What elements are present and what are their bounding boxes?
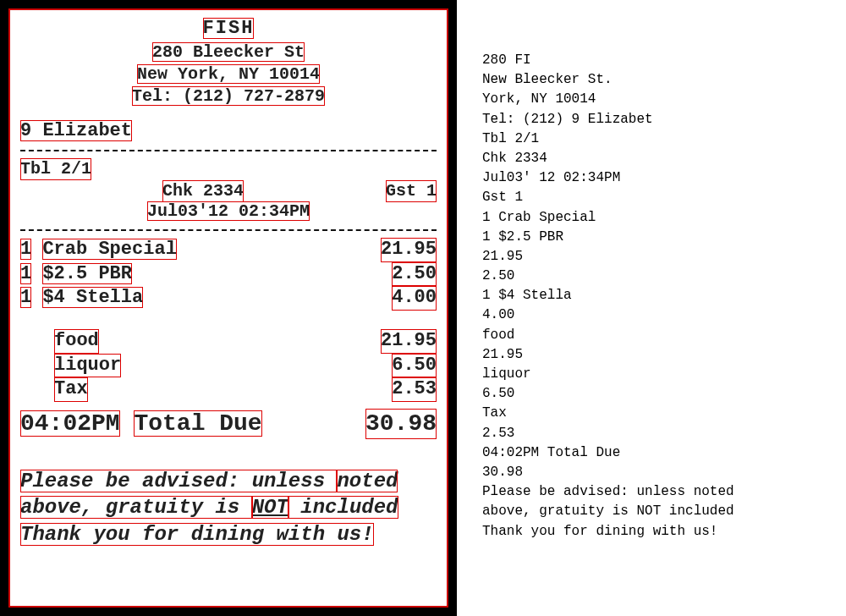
footer-message: Please be advised: unless noted above, g… <box>20 468 437 547</box>
ocr-line: 280 FI <box>482 51 829 70</box>
ocr-line: 2.50 <box>482 267 829 286</box>
item-price: 2.50 <box>392 262 437 287</box>
receipt-content: FISH 280 Bleecker St New York, NY 10014 … <box>20 17 437 547</box>
ocr-line: Tax <box>482 404 829 423</box>
receipt-bounding-box: FISH 280 Bleecker St New York, NY 10014 … <box>8 8 448 608</box>
item-price: 21.95 <box>381 238 437 262</box>
ocr-line: 2.53 <box>482 424 829 443</box>
total-label: Total Due <box>134 410 261 437</box>
ocr-text-panel: 280 FI New Bleecker St. York, NY 10014 T… <box>457 0 846 616</box>
ocr-line: Please be advised: unless noted <box>482 482 829 502</box>
total-amount: 30.98 <box>365 409 437 439</box>
ocr-line: 1 Crab Special <box>482 208 829 228</box>
server-line: 9 Elizabet <box>20 119 437 144</box>
address-line-2: New York, NY 10014 <box>20 63 437 85</box>
total-row: 04:02PM Total Due 30.98 <box>20 409 437 439</box>
ocr-line: 21.95 <box>482 345 829 365</box>
ocr-line: 1 $2.5 PBR <box>482 228 829 247</box>
ocr-line: Tbl 2/1 <box>482 129 829 149</box>
line-item: 1 $2.5 PBR 2.50 <box>20 262 437 287</box>
total-time: 04:02PM <box>20 410 120 437</box>
meta-row-1: Tbl 2/1 <box>20 158 437 180</box>
ocr-line: 6.50 <box>482 384 829 404</box>
ocr-line: 21.95 <box>482 247 829 267</box>
line-item: 1 $4 Stella 4.00 <box>20 286 437 311</box>
receipt-image-panel: FISH 280 Bleecker St New York, NY 10014 … <box>0 0 457 616</box>
line-item: 1 Crab Special 21.95 <box>20 238 437 262</box>
ocr-line: Gst 1 <box>482 188 829 207</box>
telephone: Tel: (212) 727-2879 <box>20 85 437 107</box>
subtotals: food 21.95 liquor 6.50 Tax 2.53 <box>20 329 437 402</box>
guest-count: Gst 1 <box>386 180 437 202</box>
ocr-line: Tel: (212) 9 Elizabet <box>482 110 829 129</box>
ocr-line: New Bleecker St. <box>482 70 829 90</box>
subtotal-row: liquor 6.50 <box>20 354 437 378</box>
ocr-line: Thank you for dining with us! <box>482 522 829 542</box>
ocr-line: 04:02PM Total Due <box>482 443 829 463</box>
ocr-line: above, gratuity is NOT included <box>482 502 829 521</box>
divider <box>20 229 437 231</box>
ocr-line: Chk 2334 <box>482 149 829 168</box>
subtotal-row: Tax 2.53 <box>20 377 437 402</box>
table-number: Tbl 2/1 <box>20 158 91 180</box>
check-datetime: Jul03'12 02:34PM <box>20 201 437 223</box>
item-price: 4.00 <box>392 286 437 311</box>
ocr-line: liquor <box>482 365 829 384</box>
subtotal-row: food 21.95 <box>20 329 437 354</box>
divider <box>20 150 437 151</box>
meta-row-2: Chk 2334 Gst 1 <box>20 180 437 202</box>
address-line-1: 280 Bleecker St <box>20 41 437 63</box>
ocr-line: 4.00 <box>482 305 829 325</box>
ocr-line: 30.98 <box>482 463 829 482</box>
line-items: 1 Crab Special 21.95 1 $2.5 PBR 2.50 1 $… <box>20 238 437 311</box>
ocr-line: York, NY 10014 <box>482 90 829 109</box>
ocr-line: 1 $4 Stella <box>482 286 829 305</box>
restaurant-name: FISH <box>20 17 437 41</box>
ocr-line: food <box>482 326 829 345</box>
ocr-line: Jul03' 12 02:34PM <box>482 168 829 188</box>
check-number: Chk 2334 <box>162 180 244 202</box>
